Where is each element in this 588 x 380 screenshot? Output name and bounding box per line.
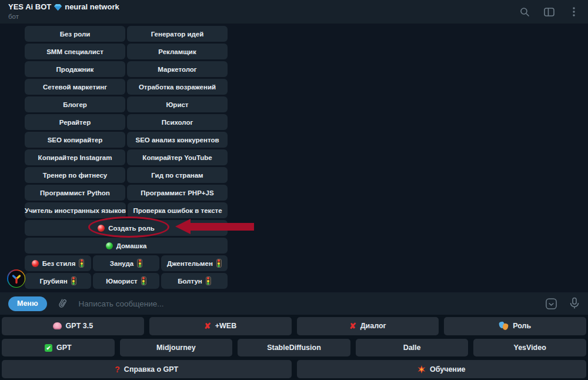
role-button[interactable]: Программист Python bbox=[25, 185, 125, 201]
bot-logo-icon bbox=[11, 273, 22, 285]
role-row: Рерайтер Психолог bbox=[25, 114, 228, 130]
role-button[interactable]: Учитель иностранных языков bbox=[25, 202, 126, 218]
bot-keyboard-icon[interactable] bbox=[545, 298, 557, 310]
traffic-light-icon bbox=[71, 276, 76, 285]
role-button[interactable]: Отработка возражений bbox=[127, 79, 228, 95]
role-button[interactable]: Рерайтер bbox=[25, 114, 125, 130]
mic-icon[interactable] bbox=[569, 297, 580, 310]
role-row: Без роли Генератор идей bbox=[25, 26, 228, 42]
role-row: Тренер по фитнесу Гид по странам bbox=[25, 167, 228, 183]
gpt-button[interactable]: GPT bbox=[2, 339, 115, 357]
diamond-icon bbox=[54, 4, 62, 11]
traffic-light-icon bbox=[79, 259, 84, 268]
style-button[interactable]: Зануда bbox=[93, 255, 159, 271]
masks-icon bbox=[499, 322, 509, 330]
message-input[interactable] bbox=[78, 299, 539, 309]
brain-icon bbox=[53, 322, 62, 329]
role-button[interactable]: Без роли bbox=[25, 26, 125, 42]
red-question-icon: ? bbox=[115, 365, 120, 374]
dalle-button[interactable]: Dalle bbox=[356, 339, 469, 357]
style-row: Грубиян Юморист Болтун bbox=[25, 273, 228, 289]
chat-subtitle: бот bbox=[8, 12, 119, 21]
reply-keyboard: GPT 3.5 ✘ +WEB ✘ Диалог Роль GPT Midjour… bbox=[0, 315, 588, 380]
inline-keyboard: Без роли Генератор идей SMM специалист Р… bbox=[25, 26, 228, 291]
role-button[interactable]: Маркетолог bbox=[127, 61, 228, 77]
green-check-icon bbox=[45, 344, 52, 352]
role-button[interactable]: Психолог bbox=[127, 114, 228, 130]
role-row: Продажник Маркетолог bbox=[25, 61, 228, 77]
annotation-ellipse bbox=[88, 216, 169, 238]
role-row: Учитель иностранных языков Проверка ошиб… bbox=[25, 202, 228, 218]
role-button[interactable]: Сетевой маркетинг bbox=[25, 79, 125, 95]
traffic-light-icon bbox=[206, 276, 211, 285]
traffic-light-icon bbox=[137, 259, 142, 268]
midjourney-button[interactable]: Midjourney bbox=[120, 339, 233, 357]
role-button[interactable]: Рекламщик bbox=[127, 44, 228, 59]
traffic-light-icon bbox=[216, 259, 222, 268]
gpt35-button[interactable]: GPT 3.5 bbox=[2, 317, 144, 335]
role-button[interactable]: Проверка ошибок в тексте bbox=[128, 202, 228, 218]
menu-button[interactable]: Меню bbox=[8, 296, 47, 311]
role-row: Программист Python Программист PHP+JS bbox=[25, 185, 228, 201]
red-cross-icon: ✘ bbox=[349, 322, 356, 330]
homework-button[interactable]: Домашка bbox=[25, 238, 228, 254]
yesvideo-button[interactable]: YesVideo bbox=[473, 339, 586, 357]
role-row: SEO копирайтер SEO анализ конкурентов bbox=[25, 132, 228, 148]
role-button[interactable]: Гид по странам bbox=[127, 167, 228, 183]
chat-header-titles[interactable]: YES Ai BOT neural network бот bbox=[8, 2, 119, 21]
chat-title-suffix: neural network bbox=[65, 2, 119, 12]
role-button[interactable]: Копирайтер Instagram bbox=[25, 149, 125, 165]
web-button[interactable]: ✘ +WEB bbox=[149, 317, 292, 335]
role-button[interactable]: Блогер bbox=[25, 96, 125, 112]
chat-header: YES Ai BOT neural network бот bbox=[0, 0, 588, 24]
role-button[interactable]: Копирайтер YouTube bbox=[127, 149, 228, 165]
role-button[interactable]: Юрист bbox=[127, 96, 228, 112]
style-button[interactable]: Болтун bbox=[161, 273, 228, 289]
role-button[interactable]: Программист PHP+JS bbox=[127, 185, 228, 201]
bot-avatar[interactable] bbox=[7, 269, 25, 288]
role-row: Сетевой маркетинг Отработка возражений bbox=[25, 79, 228, 95]
dialog-button[interactable]: ✘ Диалог bbox=[297, 317, 439, 335]
role-row: Копирайтер Instagram Копирайтер YouTube bbox=[25, 149, 228, 165]
role-mode-button[interactable]: Роль bbox=[444, 317, 586, 335]
menu-dots-icon[interactable] bbox=[568, 6, 580, 18]
burst-icon bbox=[417, 365, 426, 374]
role-row: SMM специалист Рекламщик bbox=[25, 44, 228, 59]
homework-row: Домашка bbox=[25, 238, 228, 254]
attach-icon[interactable] bbox=[56, 298, 68, 309]
chat-title: YES Ai BOT bbox=[8, 2, 51, 12]
stablediffusion-button[interactable]: StableDiffusion bbox=[238, 339, 350, 357]
style-button[interactable]: Джентельмен bbox=[161, 255, 228, 271]
role-row: Блогер Юрист bbox=[25, 96, 228, 112]
role-button[interactable]: SEO копирайтер bbox=[25, 132, 125, 148]
role-button[interactable]: SEO анализ конкурентов bbox=[127, 132, 228, 148]
reply-keyboard-row: GPT Midjourney StableDiffusion Dalle Yes… bbox=[2, 339, 586, 357]
reply-keyboard-row: ? Справка о GPT Обучение bbox=[2, 360, 586, 378]
style-button[interactable]: Без стиля bbox=[25, 255, 91, 271]
reply-keyboard-row: GPT 3.5 ✘ +WEB ✘ Диалог Роль bbox=[2, 317, 586, 335]
style-button[interactable]: Юморист bbox=[93, 273, 159, 289]
columns-icon[interactable] bbox=[543, 6, 555, 18]
role-button[interactable]: Продажник bbox=[25, 61, 125, 77]
search-icon[interactable] bbox=[519, 6, 530, 18]
role-button[interactable]: Тренер по фитнесу bbox=[25, 167, 125, 183]
red-ball-icon bbox=[32, 260, 39, 267]
annotation-arrow bbox=[175, 218, 254, 235]
traffic-light-icon bbox=[141, 276, 146, 285]
style-row: Без стиля Зануда Джентельмен bbox=[25, 255, 228, 271]
role-button[interactable]: SMM специалист bbox=[25, 44, 125, 59]
red-cross-icon: ✘ bbox=[204, 322, 211, 330]
telegram-window: YES Ai BOT neural network бот bbox=[0, 0, 588, 380]
gpt-help-button[interactable]: ? Справка о GPT bbox=[2, 360, 292, 378]
training-button[interactable]: Обучение bbox=[297, 360, 587, 378]
style-button[interactable]: Грубиян bbox=[25, 273, 91, 289]
role-button[interactable]: Генератор идей bbox=[127, 26, 228, 42]
composer-bar: Меню bbox=[0, 292, 588, 315]
green-ball-icon bbox=[106, 242, 113, 249]
